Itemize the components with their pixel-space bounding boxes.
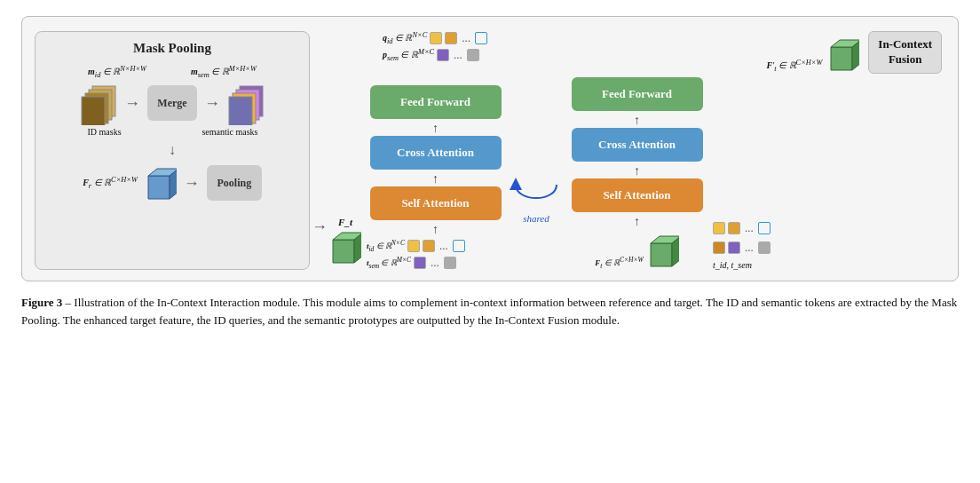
merge-box: Merge: [147, 85, 197, 121]
figure-caption: Figure 3 – Illustration of the In-Contex…: [21, 294, 959, 329]
token-gray-1: [467, 49, 479, 61]
mask-pooling-title: Mask Pooling: [133, 41, 211, 56]
id-masks-icon: [80, 81, 117, 125]
figure-num: Figure 3: [21, 296, 62, 309]
up-arrow-2a: ↑: [634, 114, 640, 128]
svg-marker-11: [831, 47, 852, 70]
arrow-fr-to-pool: →: [184, 174, 200, 193]
tower-1: Feed Forward ↑ Cross Attention ↑ Self At…: [367, 85, 504, 270]
ft-left-icon: [329, 227, 361, 266]
icf-title-box: In-ContextFusion: [868, 31, 942, 74]
id-masks-sublabel: ID masks: [86, 127, 123, 137]
mask-pooling-section: Mask Pooling mid ∈ ℝN×H×W msem ∈ ℝM×H×W: [35, 31, 310, 270]
ft-bottom-icon: [647, 231, 679, 270]
arrow-merge-to-sem: →: [204, 94, 220, 113]
ft-bottom-math: Ft ∈ ℝC×H×W: [595, 256, 643, 270]
p-sem-math: psem ∈ ℝM×C: [383, 48, 434, 62]
t-sem-math: tsem ∈ ℝM×C: [367, 256, 411, 270]
tower-2: Feed Forward ↑ Cross Attention ↑ Self At…: [568, 77, 706, 270]
feed-forward-box-1: Feed Forward: [370, 85, 502, 119]
fr-icon: [145, 163, 177, 202]
main-diagram: Mask Pooling mid ∈ ℝN×H×W msem ∈ ℝM×H×W: [21, 16, 959, 281]
self-attention-box-2: Self Attention: [572, 178, 703, 212]
ft-input-left: F_t: [329, 217, 361, 266]
bottom-tokens-1: tid ∈ ℝN×C ... tsem ∈ ℝM×C ...: [367, 239, 504, 270]
ft-prime-icon: [827, 35, 859, 74]
m-id-label: mid ∈ ℝN×H×W: [88, 65, 146, 79]
token-yellow-1: [430, 32, 442, 44]
output-right: ... ... t_id, t_sem: [713, 186, 771, 270]
ft-prime-math: F't ∈ ℝC×H×W: [766, 59, 822, 73]
right-area: qid ∈ ℝN×C ... psem ∈ ℝM×C ... F't ∈ ℝC×…: [329, 31, 945, 270]
m-sem-label: msem ∈ ℝM×H×W: [191, 65, 257, 79]
up-arrow-2b: ↑: [634, 164, 640, 178]
sem-masks-sublabel: semantic masks: [202, 127, 259, 137]
ft-label: F_t: [338, 217, 352, 227]
top-labels-row: qid ∈ ℝN×C ... psem ∈ ℝM×C ... F't ∈ ℝC×…: [329, 31, 945, 74]
up-arrow-1a: ↑: [432, 122, 439, 136]
svg-rect-7: [229, 97, 252, 125]
ft-bottom-area: Ft ∈ ℝC×H×W: [595, 231, 678, 270]
arrow-to-tokens: →: [312, 31, 328, 270]
shared-label: shared: [523, 213, 549, 224]
caption-text: Illustration of the In-Context Interacti…: [21, 296, 957, 327]
fr-label: Fr ∈ ℝC×H×W: [83, 176, 138, 190]
cross-attention-box-2: Cross Attention: [572, 128, 703, 162]
down-arrow-1: ↓: [169, 142, 176, 158]
up-arrow-2c: ↑: [634, 215, 640, 229]
up-arrow-1b: ↑: [432, 172, 439, 186]
shared-area: shared: [504, 178, 568, 224]
output-tokens-row1: ...: [713, 221, 771, 235]
token-purple-1: [437, 49, 449, 61]
caption-dash: –: [62, 296, 74, 309]
cross-attention-box-1: Cross Attention: [370, 136, 502, 170]
svg-marker-18: [651, 243, 672, 266]
svg-rect-3: [82, 97, 105, 125]
t-id-t-sem-label: t_id, t_sem: [713, 260, 752, 270]
self-attention-box-1: Self Attention: [370, 186, 502, 220]
curved-arrow-icon: [505, 178, 567, 213]
up-arrow-1c: ↑: [432, 223, 439, 237]
t-id-math: tid ∈ ℝN×C: [367, 239, 405, 253]
pooling-box: Pooling: [207, 165, 262, 201]
feed-forward-box-2: Feed Forward: [572, 77, 703, 111]
q-id-math: qid ∈ ℝN×C: [383, 31, 427, 45]
token-blue-1: [475, 32, 487, 44]
arrow-id-to-merge: →: [124, 94, 140, 113]
towers-area: F_t Feed Forward ↑ Cross Attention ↑ Sel…: [329, 77, 945, 270]
token-orange-1: [445, 32, 457, 44]
svg-marker-14: [333, 240, 354, 263]
svg-marker-8: [148, 176, 170, 199]
output-tokens-row2: ...: [713, 241, 771, 255]
semantic-masks-icon: [227, 81, 265, 125]
ft-prime-area: F't ∈ ℝC×H×W In-ContextFusion: [766, 31, 942, 74]
input-tokens: qid ∈ ℝN×C ... psem ∈ ℝM×C ...: [383, 31, 487, 63]
